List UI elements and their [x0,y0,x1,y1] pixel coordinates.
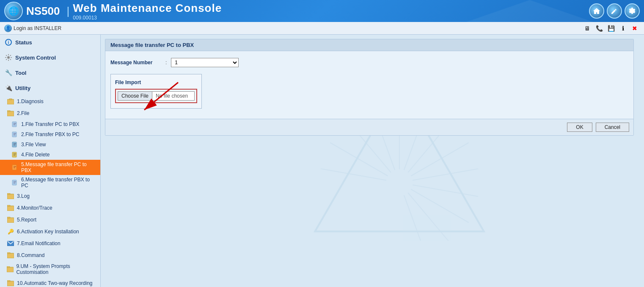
choose-file-button[interactable]: Choose File [118,91,152,101]
message-transfer-pbx-pc-label: 6.Message file transfer PBX to PC [21,177,96,189]
sidebar-item-auto-record[interactable]: 10.Automatic Two-way Recording [0,277,100,287]
sidebar-item-report[interactable]: 5.Report [0,214,100,226]
svg-line-33 [411,189,468,222]
message-transfer-pc-pbx-label: 5.Message file transfer PC to PBX [21,161,96,173]
svg-rect-11 [12,165,17,170]
panel-header: Message file transfer PC to PBX [105,39,633,51]
save-icon[interactable]: 💾 [606,23,616,33]
file-view-icon [12,141,19,148]
file-name-display: No file chosen [152,91,195,101]
svg-rect-22 [7,267,14,272]
cancel-button[interactable]: Cancel [596,123,629,132]
toolbar-right: 🖥 📞 💾 ℹ ✖ [582,23,640,33]
title-block: Web Maintenance Console 009.00013 [73,2,222,21]
monitor-trace-icon [7,204,14,212]
sidebar-item-um-system[interactable]: 9.UM - System Prompts Customisation [0,261,100,277]
sidebar-sub-item-message-transfer-pbx-pc[interactable]: 6.Message file transfer PBX to PC [0,175,100,190]
svg-rect-15 [7,206,14,211]
svg-rect-20 [7,253,14,258]
utility-label: Utility [15,85,30,91]
version-label: 009.00013 [73,15,222,21]
sidebar-item-status[interactable]: i Status [0,35,100,50]
system-control-icon [4,53,13,62]
svg-rect-7 [12,122,17,127]
message-number-select[interactable]: 1 2 3 4 5 6 7 8 9 10 [171,58,239,67]
file-folder-icon [7,109,14,117]
svg-line-30 [411,142,468,176]
exit-icon[interactable]: ✖ [630,23,640,33]
user-label: Login as INSTALLER [14,25,61,31]
toolbar: 👤 Login as INSTALLER 🖥 📞 💾 ℹ ✖ [0,22,644,35]
svg-line-34 [408,193,451,241]
edit-icon-btn[interactable] [607,3,622,19]
panel-title: Message file transfer PC to PBX [110,42,194,48]
diagnosis-icon [7,98,14,105]
file-delete-icon [12,151,19,158]
file-transfer-pc-pbx-label: 1.File Transfer PC to PBX [21,121,79,127]
file-transfer-pbx-pc-label: 2.File Transfer PBX to PC [21,131,79,137]
message-transfer-pbx-pc-icon [12,179,19,186]
sidebar-sub-item-file-delete[interactable]: 4.File Delete [0,150,100,160]
settings-icon-btn[interactable] [625,3,640,19]
sidebar-item-diagnosis[interactable]: 1.Diagnosis [0,96,100,107]
svg-rect-17 [7,218,14,223]
svg-rect-14 [7,193,10,194]
um-system-label: 9.UM - System Prompts Customisation [16,263,96,275]
svg-line-38 [330,142,388,176]
file-transfer-pc-pbx-icon [12,121,19,128]
email-icon [7,240,14,247]
message-number-label: Message Number [110,60,161,66]
log-icon [7,192,14,200]
sidebar-item-log[interactable]: 3.Log [0,190,100,202]
sidebar-item-tool[interactable]: 🔧 Tool [0,65,100,80]
sidebar-item-monitor[interactable]: 4.Monitor/Trace [0,202,100,214]
sidebar-item-email[interactable]: 7.Email Notification [0,238,100,249]
action-buttons: OK Cancel [105,119,633,135]
sidebar-item-activation[interactable]: 🔑 6.Activation Key Installation [0,226,100,238]
message-number-colon: : [165,60,167,66]
sidebar-sub-item-file-transfer-pc-pbx[interactable]: 1.File Transfer PC to PBX [0,119,100,129]
sidebar: i Status System Control 🔧 Tool 🔌 Utility [0,35,101,287]
svg-rect-5 [7,111,14,116]
svg-rect-8 [12,132,17,137]
main-panel: Message file transfer PC to PBX Message … [105,39,634,136]
sidebar-item-file[interactable]: 2.File [0,107,100,119]
user-info: 👤 Login as INSTALLER [4,25,61,32]
svg-rect-10 [12,152,17,157]
user-icon: 👤 [4,25,12,32]
home-icon-btn[interactable] [589,3,604,19]
status-icon: i [4,38,13,46]
phone-icon[interactable]: 📞 [594,23,604,33]
auto-record-label: 10.Automatic Two-way Recording [17,280,93,286]
ok-button[interactable]: OK [567,123,592,132]
svg-line-39 [321,169,386,180]
tool-icon: 🔧 [4,68,13,77]
message-transfer-pc-pbx-icon [12,164,19,171]
command-label: 8.Command [17,252,44,258]
auto-record-icon [7,279,14,287]
svg-rect-3 [7,99,14,104]
report-icon [7,216,14,224]
file-import-box: File Import Choose File No file chosen [110,74,202,109]
logo-globe: 🌐 [4,2,23,20]
svg-line-35 [404,195,427,241]
sidebar-item-utility[interactable]: 🔌 Utility [0,80,100,96]
svg-rect-4 [9,98,12,100]
activation-label: 6.Activation Key Installation [17,229,79,235]
command-icon [7,251,14,259]
sidebar-item-command[interactable]: 8.Command [0,249,100,261]
sidebar-sub-item-file-view[interactable]: 3.File View [0,139,100,150]
system-control-label: System Control [15,55,56,61]
email-label: 7.Email Notification [17,241,61,246]
sidebar-sub-item-message-transfer-pc-pbx[interactable]: 5.Message file transfer PC to PBX [0,160,100,175]
sidebar-item-system-control[interactable]: System Control [0,50,100,65]
sidebar-sub-item-file-transfer-pbx-pc[interactable]: 2.File Transfer PBX to PC [0,129,100,139]
utility-icon: 🔌 [4,84,13,92]
info-icon[interactable]: ℹ [618,23,628,33]
header: 🌐 NS500 | Web Maintenance Console 009.00… [0,0,644,22]
monitor-icon[interactable]: 🖥 [582,23,592,33]
report-label: 5.Report [17,217,36,223]
file-label: 2.File [17,110,29,116]
file-delete-label: 4.File Delete [21,152,50,158]
file-view-label: 3.File View [21,142,46,148]
